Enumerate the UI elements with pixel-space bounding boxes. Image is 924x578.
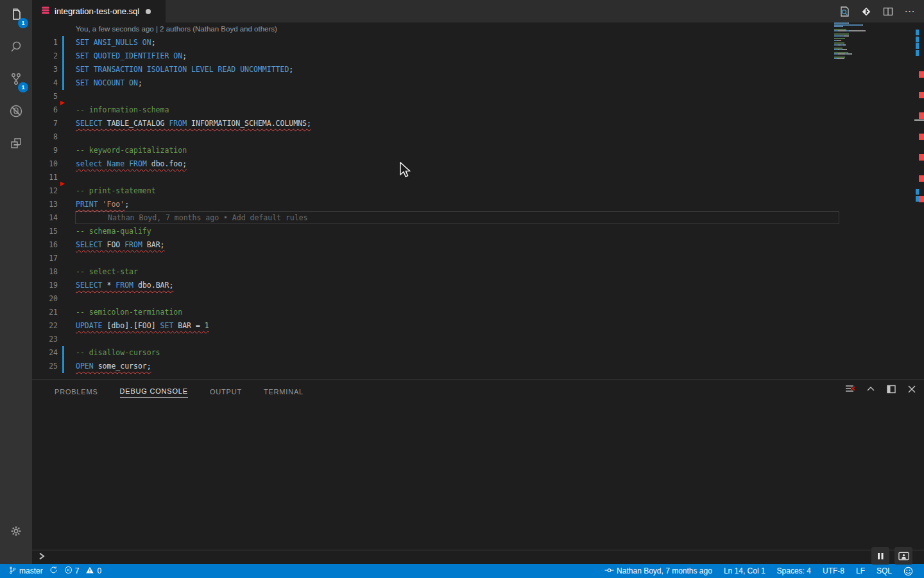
line-content: -- information-schema: [76, 103, 169, 117]
panel-actions: [844, 383, 918, 395]
code-line-15[interactable]: 15-- schema-qualify: [32, 225, 924, 238]
branch-status[interactable]: master: [5, 564, 46, 578]
line-content: SET QUOTED_IDENTIFIER ON;: [76, 49, 187, 63]
search-button[interactable]: [0, 32, 32, 64]
dirty-indicator[interactable]: [146, 9, 151, 14]
code-line-5[interactable]: 5: [32, 90, 924, 103]
code-line-23[interactable]: 23: [32, 333, 924, 346]
code-line-11[interactable]: 11: [32, 171, 924, 184]
line-number: 7: [32, 117, 58, 130]
ruler-error-mark: [919, 196, 924, 202]
error-squiggle: SELECT FOO FROM BAR;: [76, 240, 165, 249]
pause-icon: [876, 552, 885, 561]
panel-tab-output[interactable]: OUTPUT: [210, 385, 242, 398]
blame-status[interactable]: Nathan Boyd, 7 months ago: [599, 564, 718, 578]
error-icon: [64, 566, 73, 576]
codelens-annotation[interactable]: You, a few seconds ago | 2 authors (Nath…: [32, 22, 924, 36]
code-line-24[interactable]: 24-- disallow-cursors: [32, 346, 924, 360]
line-number: 6: [32, 103, 58, 117]
ruler-error-mark: [919, 175, 924, 182]
code-line-16[interactable]: 16SELECT FOO FROM BAR;: [32, 238, 924, 252]
tab-bar: integration-test-one.sql: [32, 0, 924, 22]
explorer-button[interactable]: 1: [0, 0, 32, 32]
screencast-button[interactable]: [894, 547, 912, 565]
indentation-status[interactable]: Spaces: 4: [771, 564, 817, 578]
ruler-modified-mark: [916, 196, 919, 202]
open-preview-icon[interactable]: [838, 5, 851, 18]
code-line-4[interactable]: 4SET NOCOUNT ON;: [32, 76, 924, 90]
minimap[interactable]: [834, 22, 874, 60]
code-editor[interactable]: You, a few seconds ago | 2 authors (Nath…: [32, 22, 924, 380]
error-count: 7: [75, 566, 80, 575]
line-content: -- select-star: [76, 265, 138, 279]
settings-button[interactable]: [0, 516, 32, 548]
code-line-7[interactable]: 7SELECT TABLE_CATALOG FROM INFORMATION_S…: [32, 117, 924, 130]
code-line-1[interactable]: 1SET ANSI_NULLS ON;: [32, 36, 924, 49]
line-content: -- schema-qualify: [76, 225, 151, 238]
code-line-12[interactable]: 12-- print-statement: [32, 184, 924, 198]
split-editor-icon[interactable]: [882, 5, 894, 18]
ruler-error-mark: [919, 134, 924, 140]
line-number: 13: [32, 198, 58, 211]
maximize-panel-icon[interactable]: [865, 383, 877, 395]
more-actions-icon[interactable]: ⋯: [903, 5, 916, 18]
close-panel-icon[interactable]: [906, 383, 918, 395]
code-line-18[interactable]: 18-- select-star: [32, 265, 924, 279]
code-line-6[interactable]: 6-- information-schema: [32, 103, 924, 117]
code-line-17[interactable]: 17: [32, 252, 924, 265]
repl-prompt-icon: [37, 552, 46, 563]
tab-integration-test-one[interactable]: integration-test-one.sql: [32, 0, 166, 22]
code-line-14[interactable]: 14Nathan Boyd, 7 months ago • Add defaul…: [32, 211, 924, 225]
code-line-3[interactable]: 3SET TRANSACTION ISOLATION LEVEL READ UN…: [32, 63, 924, 76]
ruler-modified-mark: [916, 37, 919, 42]
debug-console-input[interactable]: [32, 550, 924, 564]
debug-button[interactable]: [0, 96, 32, 128]
code-line-10[interactable]: 10select Name FROM dbo.foo;: [32, 157, 924, 171]
bottom-panel: PROBLEMSDEBUG CONSOLEOUTPUTTERMINAL: [32, 380, 924, 564]
code-line-8[interactable]: 8: [32, 130, 924, 144]
code-lines: 1SET ANSI_NULLS ON;2SET QUOTED_IDENTIFIE…: [32, 36, 924, 373]
code-line-13[interactable]: 13PRINT 'Foo';: [32, 198, 924, 211]
code-line-2[interactable]: 2SET QUOTED_IDENTIFIER ON;: [32, 49, 924, 63]
screencast-icon: [898, 552, 909, 561]
modified-gutter-indicator: [62, 63, 64, 76]
extensions-button[interactable]: [0, 128, 32, 161]
feedback-smiley-icon[interactable]: [898, 564, 919, 578]
code-line-20[interactable]: 20: [32, 292, 924, 306]
code-line-19[interactable]: 19SELECT * FROM dbo.BAR;: [32, 279, 924, 292]
sync-icon: [49, 566, 58, 576]
error-squiggle: SELECT * FROM dbo.BAR;: [76, 281, 173, 290]
overview-ruler[interactable]: [914, 22, 924, 380]
line-number: 24: [32, 346, 58, 360]
code-line-21[interactable]: 21-- semicolon-termination: [32, 306, 924, 319]
panel-tab-debug-console[interactable]: DEBUG CONSOLE: [120, 385, 188, 398]
activity-bar: 1 1: [0, 0, 32, 564]
cursor-position-status[interactable]: Ln 14, Col 1: [718, 564, 771, 578]
sync-status[interactable]: [46, 564, 61, 578]
ruler-modified-mark: [916, 30, 919, 35]
eol-status[interactable]: LF: [850, 564, 871, 578]
code-line-25[interactable]: 25OPEN some_cursor;: [32, 360, 924, 373]
line-content: -- semicolon-termination: [76, 306, 182, 319]
encoding-status[interactable]: UTF-8: [817, 564, 850, 578]
extensions-icon: [8, 136, 24, 153]
problems-status[interactable]: 7 0: [61, 564, 105, 578]
tab-title: integration-test-one.sql: [55, 6, 139, 16]
language-status[interactable]: SQL: [871, 564, 898, 578]
source-control-button[interactable]: 1: [0, 64, 32, 96]
line-content: SET ANSI_NULLS ON;: [76, 36, 156, 49]
panel-tab-terminal[interactable]: TERMINAL: [264, 385, 304, 398]
panel-tab-problems[interactable]: PROBLEMS: [55, 385, 98, 398]
ruler-error-mark: [919, 71, 924, 78]
ruler-error-mark: [919, 92, 924, 98]
code-line-22[interactable]: 22UPDATE [dbo].[FOO] SET BAR = 1: [32, 319, 924, 333]
line-number: 3: [32, 63, 58, 76]
clear-console-icon[interactable]: [844, 383, 856, 395]
open-changes-icon[interactable]: [860, 5, 873, 18]
restore-panel-icon[interactable]: [886, 383, 897, 395]
error-squiggle: UPDATE [dbo].[FOO] SET BAR = 1: [76, 321, 209, 330]
code-line-9[interactable]: 9-- keyword-capitalization: [32, 144, 924, 157]
pause-recording-button[interactable]: [871, 547, 889, 565]
line-content: UPDATE [dbo].[FOO] SET BAR = 1: [76, 319, 209, 333]
ruler-cursor-mark: [914, 119, 924, 121]
